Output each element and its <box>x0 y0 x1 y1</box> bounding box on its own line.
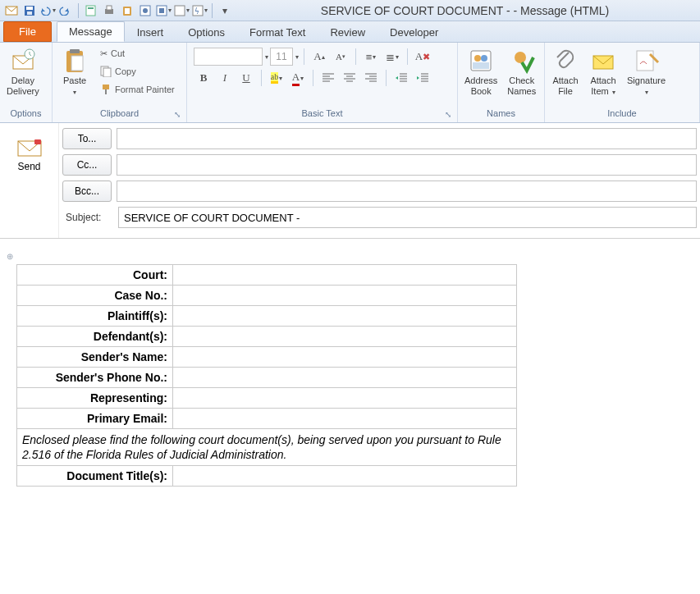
bcc-button[interactable]: Bcc... <box>62 180 112 202</box>
court-value[interactable] <box>173 265 517 286</box>
tab-file[interactable]: File <box>3 21 52 42</box>
message-body[interactable]: ⊕ Court: Case No.: Plaintiff(s): Defenda… <box>0 239 700 500</box>
svg-rect-25 <box>105 89 107 94</box>
address-book-button[interactable]: AddressBook <box>460 44 502 98</box>
sender-name-label: Sender's Name: <box>17 347 173 368</box>
bold-button[interactable]: B <box>194 69 213 87</box>
quick-access-toolbar: ▾ ▾ ▾ ϟ▾ ▾ <box>3 2 233 19</box>
send-label: Send <box>17 161 40 172</box>
svg-rect-21 <box>71 56 83 71</box>
title-bar: ▾ ▾ ▾ ϟ▾ ▾ SERVICE OF COURT DOCUMENT - -… <box>0 0 700 21</box>
italic-button[interactable]: I <box>215 69 235 87</box>
table-row: Sender's Name: <box>17 347 517 368</box>
print-icon[interactable] <box>101 2 117 19</box>
group-label-include: Include <box>547 106 698 121</box>
qat-icon-1[interactable] <box>83 2 99 19</box>
table-row: Representing: <box>17 388 517 409</box>
group-label-clipboard: Clipboard <box>100 108 139 118</box>
group-label-basic-text: Basic Text <box>302 108 343 118</box>
dialog-launcher-icon[interactable]: ⤡ <box>442 108 454 120</box>
sender-name-value[interactable] <box>173 347 517 368</box>
font-color-button[interactable]: A▾ <box>288 69 308 87</box>
copy-button[interactable]: Copy <box>97 62 178 80</box>
check-names-icon <box>509 48 535 74</box>
align-center-button[interactable] <box>340 69 359 87</box>
highlight-button[interactable]: ab▾ <box>267 69 286 87</box>
undo-icon[interactable]: ▾ <box>39 2 56 19</box>
redo-icon[interactable] <box>57 2 74 19</box>
court-label: Court: <box>17 265 173 286</box>
clear-formatting-button[interactable]: A✖ <box>413 48 432 66</box>
bullets-button[interactable]: ≡▾ <box>361 48 381 66</box>
svg-rect-13 <box>159 8 164 13</box>
svg-rect-3 <box>27 11 32 15</box>
save-icon[interactable] <box>21 2 38 19</box>
align-left-button[interactable] <box>318 69 338 87</box>
tab-review[interactable]: Review <box>318 22 377 42</box>
check-names-button[interactable]: CheckNames <box>502 44 541 98</box>
increase-indent-button[interactable] <box>413 69 432 87</box>
tab-developer[interactable]: Developer <box>377 22 451 42</box>
font-size-input[interactable] <box>270 48 293 66</box>
scissors-icon: ✂ <box>100 48 108 59</box>
primary-email-value[interactable] <box>173 409 517 429</box>
plaintiffs-label: Plaintiff(s): <box>17 306 173 327</box>
chevron-down-icon[interactable]: ▾ <box>295 53 299 61</box>
svg-rect-2 <box>26 7 33 10</box>
dialog-launcher-icon[interactable]: ⤡ <box>172 108 183 120</box>
attach-file-button[interactable]: AttachFile <box>547 44 584 98</box>
plaintiffs-value[interactable] <box>173 306 517 327</box>
tab-insert[interactable]: Insert <box>125 22 176 42</box>
representing-label: Representing: <box>17 388 173 409</box>
underline-button[interactable]: U <box>236 69 256 87</box>
format-painter-button[interactable]: Format Painter <box>97 80 178 98</box>
subject-field[interactable] <box>118 207 697 228</box>
tab-format-text[interactable]: Format Text <box>237 22 318 42</box>
table-row: Defendant(s): <box>17 327 517 347</box>
send-icon <box>16 138 43 158</box>
qat-icon-3[interactable]: ▾ <box>155 2 172 19</box>
cut-button[interactable]: ✂Cut <box>97 44 178 62</box>
primary-email-label: Primary Email: <box>17 409 173 429</box>
delay-delivery-button[interactable]: DelayDelivery <box>2 44 44 98</box>
paste-small-icon[interactable] <box>119 2 135 19</box>
defendants-value[interactable] <box>173 327 517 347</box>
app-icon[interactable] <box>3 2 20 19</box>
svg-text:ϟ: ϟ <box>194 7 199 16</box>
send-button[interactable]: Send <box>11 133 48 177</box>
attach-item-button[interactable]: AttachItem ▾ <box>584 44 622 99</box>
doc-titles-value[interactable] <box>173 466 517 487</box>
align-right-button[interactable] <box>361 69 381 87</box>
signature-button[interactable]: Signature▾ <box>622 44 670 99</box>
tab-options[interactable]: Options <box>176 22 237 42</box>
service-paragraph[interactable]: Enclosed please find the following court… <box>17 429 517 466</box>
qat-icon-4[interactable]: ▾ <box>173 2 190 19</box>
sender-phone-value[interactable] <box>173 368 517 388</box>
bcc-field[interactable] <box>117 180 697 202</box>
tab-message[interactable]: Message <box>57 21 125 42</box>
shrink-font-button[interactable]: A▾ <box>331 48 350 66</box>
cc-field[interactable] <box>117 154 697 176</box>
table-anchor-icon: ⊕ <box>7 252 693 261</box>
to-button[interactable]: To... <box>62 128 112 149</box>
numbering-button[interactable]: ≣▾ <box>382 48 402 66</box>
ribbon: DelayDelivery Options Paste▾ ✂Cut Copy F… <box>0 43 700 123</box>
brush-icon <box>100 84 112 95</box>
table-row: Sender's Phone No.: <box>17 368 517 388</box>
qat-icon-5[interactable]: ϟ▾ <box>191 2 208 19</box>
representing-value[interactable] <box>173 388 517 409</box>
svg-point-27 <box>474 55 481 62</box>
qat-icon-2[interactable] <box>137 2 153 19</box>
caseno-value[interactable] <box>173 286 517 306</box>
qat-customize-icon[interactable]: ▾ <box>217 2 233 19</box>
to-field[interactable] <box>117 128 697 149</box>
delay-delivery-icon <box>10 48 36 74</box>
decrease-indent-button[interactable] <box>391 69 411 87</box>
font-name-input[interactable] <box>194 48 263 66</box>
paste-button[interactable]: Paste▾ <box>54 44 95 99</box>
cc-button[interactable]: Cc... <box>62 154 112 176</box>
group-label-names: Names <box>460 106 542 121</box>
grow-font-button[interactable]: A▴ <box>309 48 329 66</box>
signature-icon <box>634 48 660 74</box>
chevron-down-icon[interactable]: ▾ <box>265 53 268 61</box>
